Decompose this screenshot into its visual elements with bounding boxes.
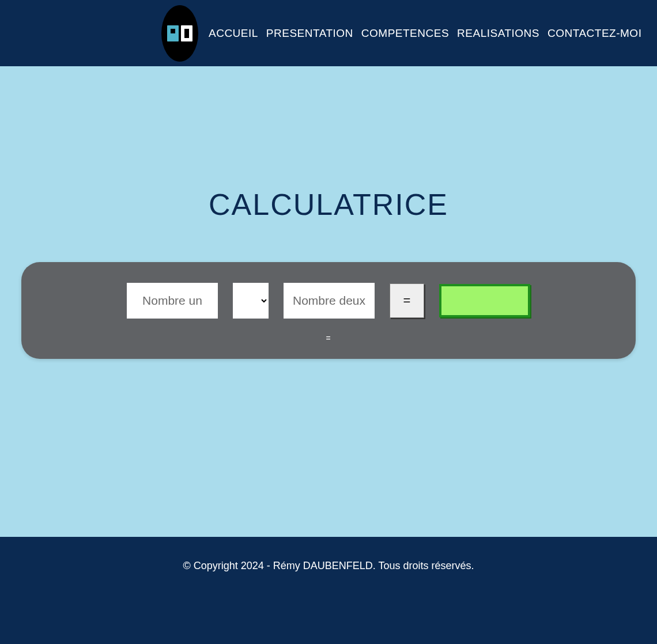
equals-button[interactable]: =: [390, 283, 424, 318]
site-footer: © Copyright 2024 - Rémy DAUBENFELD. Tous…: [0, 537, 657, 644]
logo[interactable]: [161, 5, 198, 62]
logo-r-icon: [167, 25, 179, 41]
site-header: ACCUEIL PRESENTATION COMPETENCES REALISA…: [0, 0, 657, 66]
nav-contactez[interactable]: CONTACTEZ-MOI: [548, 27, 641, 40]
equation-text: =: [326, 334, 331, 343]
nav-accueil[interactable]: ACCUEIL: [209, 27, 258, 40]
nav-competences[interactable]: COMPETENCES: [361, 27, 449, 40]
calculator-row: =: [127, 283, 530, 319]
main-content: CALCULATRICE = =: [0, 66, 657, 537]
page-title: CALCULATRICE: [209, 187, 448, 222]
operator-select[interactable]: [233, 283, 269, 319]
copyright-text: © Copyright 2024 - Rémy DAUBENFELD. Tous…: [183, 560, 474, 644]
number-one-input[interactable]: [127, 283, 218, 319]
result-output: [439, 284, 530, 317]
number-two-input[interactable]: [284, 283, 375, 319]
nav-presentation[interactable]: PRESENTATION: [266, 27, 353, 40]
main-nav: ACCUEIL PRESENTATION COMPETENCES REALISA…: [209, 27, 641, 40]
nav-realisations[interactable]: REALISATIONS: [457, 27, 539, 40]
logo-icon: [167, 24, 192, 43]
logo-d-icon: [181, 25, 192, 41]
calculator-card: = =: [21, 262, 636, 359]
